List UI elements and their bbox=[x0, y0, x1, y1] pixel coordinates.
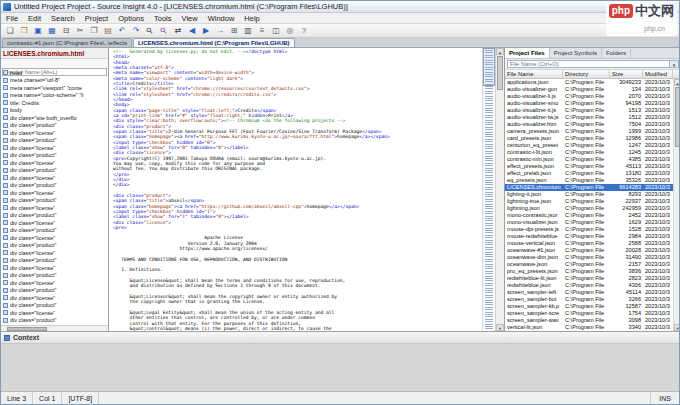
project-vscrollbar[interactable]: ▲ ▼ bbox=[673, 79, 680, 331]
menu-project[interactable]: Project bbox=[80, 14, 113, 23]
file-row[interactable]: audio-visualizer-tw.jsC:\Program File151… bbox=[505, 114, 673, 121]
file-row[interactable]: centurion_eq_presetC:\Program File124720… bbox=[505, 142, 673, 149]
symbol-item[interactable]: div class="license" bbox=[1, 264, 108, 272]
symbol-item[interactable]: div class="product" bbox=[1, 122, 108, 130]
menu-options[interactable]: Options bbox=[113, 14, 149, 23]
file-row[interactable]: mono-visualizer.jsonC:\Program File16292… bbox=[505, 219, 673, 226]
file-tab-0[interactable]: contrastic-#1.json (C:\Program Files\..\… bbox=[2, 38, 132, 47]
relation-window-icon[interactable]: ≡ bbox=[256, 25, 268, 37]
editor-scroll-thumb[interactable] bbox=[497, 56, 503, 90]
file-row[interactable]: oceanwave-#1.jsonC:\Program File20028202… bbox=[505, 247, 673, 254]
file-row[interactable]: screen_sampler-botC:\Program File3266202… bbox=[505, 296, 673, 303]
symbol-item[interactable]: div class="product" bbox=[1, 197, 108, 205]
file-row[interactable]: mouse-redwhiteblueC:\Program File2984202… bbox=[505, 233, 673, 240]
symbol-item[interactable]: div class="license" bbox=[1, 174, 108, 182]
save-file-icon[interactable]: ▣ bbox=[32, 25, 44, 37]
symbol-item[interactable]: title: Credits bbox=[1, 99, 108, 107]
symbol-item[interactable]: div class="license" bbox=[1, 249, 108, 257]
symbol-item[interactable]: div class="license" bbox=[1, 309, 108, 317]
file-row[interactable]: screen_sampler-leftC:\Program File451142… bbox=[505, 289, 673, 296]
file-row[interactable]: vertical-lit.jsonC:\Program File33402023… bbox=[505, 324, 673, 331]
symbol-item[interactable]: div class="product" bbox=[1, 317, 108, 325]
open-file-icon[interactable]: ❒ bbox=[18, 25, 30, 37]
symbol-window-icon[interactable]: ⊞ bbox=[228, 25, 240, 37]
scroll-down-icon[interactable]: ▼ bbox=[496, 324, 504, 331]
symbol-item[interactable]: div class="site both_overflo bbox=[1, 114, 108, 122]
menu-window[interactable]: Window bbox=[203, 14, 240, 23]
undo-icon[interactable]: ↶ bbox=[116, 25, 128, 37]
file-row[interactable]: camera_presets.jsonC:\Program File199920… bbox=[505, 128, 673, 135]
file-row[interactable]: lightning.jsonC:\Program File2429592023/… bbox=[505, 205, 673, 212]
symbol-item[interactable]: div class="product" bbox=[1, 272, 108, 280]
file-row[interactable]: audio-visualizer-gonC:\Program File13420… bbox=[505, 86, 673, 93]
file-row[interactable]: effect_prelab.jsonC:\Program File1318020… bbox=[505, 170, 673, 177]
copy-icon[interactable]: ❐ bbox=[88, 25, 100, 37]
project-scroll-down-icon[interactable]: ▼ bbox=[674, 324, 680, 331]
menu-view[interactable]: View bbox=[177, 14, 203, 23]
file-row[interactable]: lightning-true.jsonC:\Program File229372… bbox=[505, 198, 673, 205]
file-row[interactable]: redwhiteblue-lit.jsonC:\Program File2823… bbox=[505, 275, 673, 282]
goto-definition-icon[interactable]: → bbox=[214, 25, 226, 37]
minimap-viewport[interactable] bbox=[483, 48, 495, 86]
project-scroll-thumb[interactable] bbox=[675, 87, 680, 147]
menu-search[interactable]: Search bbox=[46, 14, 80, 23]
symbol-item[interactable]: meta name="viewport" "conte bbox=[1, 84, 108, 92]
editor-vscrollbar[interactable]: ▲ ▼ bbox=[495, 48, 504, 331]
go-forward-icon[interactable]: ▶ bbox=[200, 25, 212, 37]
file-row[interactable]: eq_presets.jsonC:\Program File353262023/… bbox=[505, 177, 673, 184]
file-row[interactable]: screen_sampler-wavC:\Program File3098202… bbox=[505, 317, 673, 324]
symbol-item[interactable]: div class="license" bbox=[1, 204, 108, 212]
panel-tab-folders[interactable]: Folders bbox=[602, 48, 631, 58]
file-row[interactable]: mouse-vertical.jsonC:\Program File258820… bbox=[505, 240, 673, 247]
symbol-item[interactable]: div class="product" bbox=[1, 182, 108, 190]
browse-symbols-icon[interactable]: ◎ bbox=[284, 25, 296, 37]
paste-icon[interactable]: ▤ bbox=[102, 25, 114, 37]
file-row[interactable]: applications.jsonC:\Program File30492332… bbox=[505, 79, 673, 86]
go-back-icon[interactable]: ◀ bbox=[186, 25, 198, 37]
file-tab-1[interactable]: LICENSES.chromium.html (C:\Program Files… bbox=[133, 38, 295, 47]
menu-edit[interactable]: Edit bbox=[23, 14, 46, 23]
symbol-item[interactable]: div class="license" bbox=[1, 219, 108, 227]
scroll-up-icon[interactable]: ▲ bbox=[496, 48, 504, 55]
symbol-item[interactable]: div class="license" bbox=[1, 294, 108, 302]
save-all-icon[interactable]: ▦ bbox=[46, 25, 58, 37]
panel-tab-project-symbols[interactable]: Project Symbols bbox=[550, 48, 602, 58]
search-in-files-icon[interactable]: ⚲ bbox=[156, 22, 173, 39]
project-window-icon[interactable]: ▥ bbox=[242, 25, 254, 37]
menu-file[interactable]: File bbox=[1, 14, 23, 23]
file-row[interactable]: audio-visualizer-li.jsC:\Program File207… bbox=[505, 93, 673, 100]
symbol-item[interactable]: head bbox=[1, 69, 108, 77]
symbol-item[interactable]: div class="product" bbox=[1, 242, 108, 250]
file-row[interactable]: redwhiteblue.jsonC:\Program File43062023… bbox=[505, 282, 673, 289]
code-editor[interactable]: <!-- Generated by licenses.py; do not ed… bbox=[110, 48, 482, 331]
file-row[interactable]: screen_sampler-screC:\Program File175420… bbox=[505, 310, 673, 317]
file-row[interactable]: screen_sampler-kb.pC:\Program File125872… bbox=[505, 303, 673, 310]
file-row[interactable]: oceanwave-dim.jsonC:\Program File3149020… bbox=[505, 254, 673, 261]
cut-icon[interactable]: ✂ bbox=[74, 25, 86, 37]
symbol-item[interactable]: div class="product" bbox=[1, 152, 108, 160]
symbol-item[interactable]: div class="license" bbox=[1, 234, 108, 242]
file-row[interactable]: audio-visualizer.htmC:\Program File75042… bbox=[505, 121, 673, 128]
file-row[interactable]: audio-visualizer-ti.jsC:\Program File151… bbox=[505, 107, 673, 114]
symbol-item[interactable]: div class="product" bbox=[1, 212, 108, 220]
file-row[interactable]: mono-contrastic.jsorC:\Program File24522… bbox=[505, 212, 673, 219]
editor-minimap[interactable] bbox=[482, 48, 495, 331]
symbol-item[interactable]: div class="license" bbox=[1, 129, 108, 137]
file-row[interactable]: lighting-it.jsonC:\Program File82932023/… bbox=[505, 191, 673, 198]
menu-tools[interactable]: Tools bbox=[149, 14, 177, 23]
menu-help[interactable]: Help bbox=[239, 14, 264, 23]
column-header-file-name[interactable]: File Name bbox=[505, 70, 563, 78]
column-header-directory[interactable]: Directory bbox=[563, 70, 610, 78]
symbol-item[interactable]: div class="license" bbox=[1, 279, 108, 287]
context-window-icon[interactable]: ◫ bbox=[270, 25, 282, 37]
file-row[interactable]: oceanwave.jsonC:\Program File21572023/10… bbox=[505, 261, 673, 268]
symbol-item[interactable]: div class="product" bbox=[1, 137, 108, 145]
symbol-item[interactable]: div class="product" bbox=[1, 257, 108, 265]
panel-tab-project-files[interactable]: Project Files bbox=[505, 48, 550, 58]
column-header-modified[interactable]: Modified bbox=[643, 70, 673, 78]
help-icon[interactable]: ? bbox=[298, 25, 310, 37]
symbol-item[interactable]: meta name="color-scheme" "li bbox=[1, 92, 108, 100]
symbol-item[interactable]: div class="product" bbox=[1, 227, 108, 235]
file-row[interactable]: contrastic-min.jsonC:\Program File438520… bbox=[505, 156, 673, 163]
replace-icon[interactable]: ⇄ bbox=[172, 25, 184, 37]
